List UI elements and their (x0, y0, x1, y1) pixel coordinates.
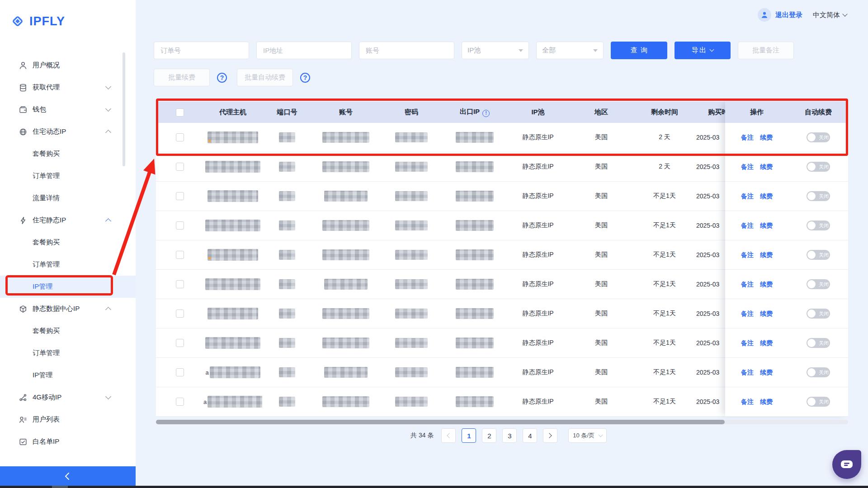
remaining-time-value: 不足1天 (633, 310, 696, 318)
auto-renew-toggle[interactable]: 关闭 (807, 191, 830, 201)
row-checkbox[interactable] (176, 339, 184, 347)
col-proxy-host: 代理主机 (203, 108, 262, 117)
col-exit-ip: 出口IP! (443, 108, 506, 117)
auto-renew-toggle[interactable]: 关闭 (807, 309, 830, 319)
sidebar-item-dc-order-mgmt[interactable]: 订单管理 (0, 342, 136, 364)
auto-renew-toggle[interactable]: 关闭 (807, 221, 830, 230)
sidebar-item-user-overview[interactable]: 用户概况 (0, 54, 136, 76)
note-link[interactable]: 备注 (741, 134, 754, 141)
batch-renew-button[interactable]: 批量续费 (154, 69, 210, 86)
row-checkbox[interactable] (176, 192, 184, 200)
auto-renew-toggle[interactable]: 关闭 (807, 132, 830, 142)
sidebar-item-dc-plan-purchase[interactable]: 套餐购买 (0, 320, 136, 342)
masked-proxy-host (208, 249, 258, 261)
renew-link[interactable]: 续费 (760, 398, 773, 405)
chat-support-button[interactable] (832, 450, 861, 479)
note-link[interactable]: 备注 (741, 369, 754, 376)
renew-link[interactable]: 续费 (760, 310, 773, 317)
renew-link[interactable]: 续费 (760, 281, 773, 288)
renew-link[interactable]: 续费 (760, 251, 773, 258)
auto-renew-toggle[interactable]: 关闭 (807, 338, 830, 348)
info-icon[interactable]: ! (482, 110, 490, 117)
renew-link[interactable]: 续费 (760, 134, 773, 141)
row-checkbox[interactable] (176, 368, 184, 376)
row-checkbox[interactable] (176, 251, 184, 259)
ip-address-input[interactable] (256, 42, 352, 59)
row-checkbox[interactable] (176, 133, 184, 141)
region-value: 美国 (570, 192, 633, 200)
sidebar-item-rd-order-mgmt[interactable]: 订单管理 (0, 165, 136, 187)
page-button-2[interactable]: 2 (482, 428, 496, 443)
page-button-1[interactable]: 1 (462, 428, 476, 443)
renew-link[interactable]: 续费 (760, 192, 773, 200)
logout-button[interactable]: 退出登录 (775, 11, 802, 19)
note-link[interactable]: 备注 (741, 251, 754, 258)
order-number-input[interactable] (154, 42, 249, 59)
account-input[interactable] (359, 42, 454, 59)
language-selector[interactable]: 中文简体 (813, 11, 847, 19)
auto-renew-toggle[interactable]: 关闭 (807, 367, 830, 377)
row-checkbox[interactable] (176, 310, 184, 318)
sidebar-item-dc-ip-mgmt[interactable]: IP管理 (0, 364, 136, 386)
sidebar-item-wallet[interactable]: 钱包 (0, 99, 136, 121)
sidebar-collapse-button[interactable] (0, 466, 136, 486)
auto-renew-toggle[interactable]: 关闭 (807, 250, 830, 260)
note-link[interactable]: 备注 (741, 339, 754, 347)
page-button-3[interactable]: 3 (502, 428, 517, 443)
sidebar-item-label: 订单管理 (33, 172, 60, 180)
note-link[interactable]: 备注 (741, 398, 754, 405)
sidebar-item-rs-ip-mgmt[interactable]: IP管理 (0, 276, 136, 298)
sidebar-item-residential-static[interactable]: 住宅静态IP (0, 209, 136, 231)
note-link[interactable]: 备注 (741, 310, 754, 317)
help-icon[interactable]: ? (217, 73, 227, 83)
sidebar-item-rd-plan-purchase[interactable]: 套餐购买 (0, 143, 136, 165)
masked-proxy-host (205, 337, 260, 349)
note-link[interactable]: 备注 (741, 281, 754, 288)
batch-auto-renew-button[interactable]: 批量自动续费 (237, 69, 293, 86)
scrollbar-thumb[interactable] (156, 420, 725, 424)
renew-link[interactable]: 续费 (760, 339, 773, 347)
col-remaining-time: 剩余时间 (633, 108, 696, 117)
note-link[interactable]: 备注 (741, 192, 754, 200)
sidebar-item-get-proxy[interactable]: 获取代理 (0, 76, 136, 99)
sidebar-item-label: 住宅静态IP (33, 216, 66, 225)
prev-page-button[interactable] (441, 428, 456, 443)
batch-note-button[interactable]: 批量备注 (738, 42, 794, 59)
user-avatar[interactable] (758, 8, 771, 22)
sidebar-item-rs-plan-purchase[interactable]: 套餐购买 (0, 231, 136, 253)
page-size-select[interactable]: 10 条/页 (568, 428, 607, 443)
sidebar-item-whitelist-ip[interactable]: 白名单IP (0, 431, 136, 453)
sidebar-item-rd-traffic-detail[interactable]: 流量详情 (0, 187, 136, 209)
ipfly-logo-icon (10, 14, 25, 29)
next-page-button[interactable] (543, 428, 557, 443)
brand-logo: IPFLY (10, 14, 65, 29)
sidebar-item-rs-order-mgmt[interactable]: 订单管理 (0, 253, 136, 276)
page-button-4[interactable]: 4 (523, 428, 537, 443)
select-all-checkbox[interactable] (176, 108, 184, 117)
ip-table: 代理主机 端口号 账号 密码 出口IP! IP池 地区 剩余时间 购买时间 静态… (156, 102, 848, 417)
sidebar-item-static-datacenter[interactable]: 静态数据中心IP (0, 298, 136, 320)
status-select[interactable]: 全部 (536, 42, 604, 59)
search-button[interactable]: 查询 (611, 42, 667, 59)
auto-renew-toggle[interactable]: 关闭 (807, 397, 830, 407)
row-checkbox[interactable] (176, 280, 184, 288)
ip-pool-select[interactable]: IP池 (462, 42, 529, 59)
row-checkbox[interactable] (176, 163, 184, 171)
auto-renew-toggle[interactable]: 关闭 (807, 279, 830, 289)
help-icon[interactable]: ? (300, 73, 310, 83)
sidebar-item-mobile-4g[interactable]: 4G移动IP (0, 386, 136, 408)
export-button[interactable]: 导出 (675, 42, 731, 59)
note-link[interactable]: 备注 (741, 222, 754, 229)
sidebar-item-residential-dynamic[interactable]: 住宅动态IP (0, 121, 136, 143)
caret-down-icon (519, 49, 523, 54)
note-link[interactable]: 备注 (741, 163, 754, 170)
region-value: 美国 (570, 133, 633, 141)
sidebar-item-user-list[interactable]: 用户列表 (0, 408, 136, 431)
masked-exit-ip (456, 132, 494, 143)
renew-link[interactable]: 续费 (760, 163, 773, 170)
row-checkbox[interactable] (176, 221, 184, 230)
renew-link[interactable]: 续费 (760, 222, 773, 229)
auto-renew-toggle[interactable]: 关闭 (807, 162, 830, 172)
row-checkbox[interactable] (176, 398, 184, 406)
renew-link[interactable]: 续费 (760, 369, 773, 376)
